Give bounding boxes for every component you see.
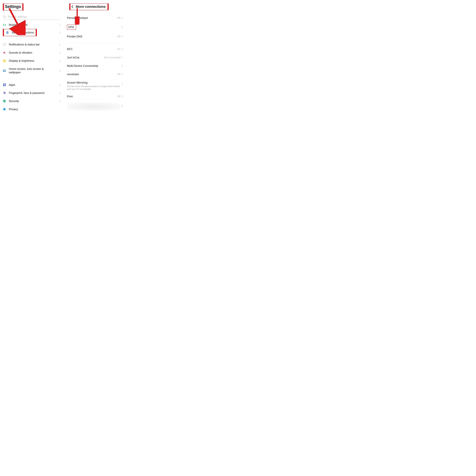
chevron-right-icon (59, 51, 60, 54)
brightness-icon (3, 59, 6, 62)
svg-rect-11 (3, 85, 4, 86)
search-placeholder: Search settings (8, 15, 27, 18)
item-multi-device[interactable]: Multi-Device Connectivity (67, 62, 123, 70)
back-icon[interactable] (71, 5, 74, 8)
page-title: More connections (76, 5, 106, 9)
item-status: Off (117, 73, 120, 76)
svg-rect-9 (3, 84, 4, 85)
item-apps[interactable]: Apps (3, 81, 60, 89)
notifications-icon (3, 43, 6, 46)
item-status: Off (117, 35, 120, 38)
item-sounds[interactable]: Sounds & vibration (3, 49, 60, 57)
item-more-connections[interactable]: More connections (3, 29, 60, 36)
chevron-right-icon (121, 26, 123, 29)
redacted-label (67, 102, 120, 111)
item-screen-mirroring[interactable]: Screen Mirroring You can mirror the phon… (67, 78, 123, 92)
chevron-right-icon (59, 24, 60, 26)
chevron-right-icon (121, 17, 123, 19)
item-label: Screen Mirroring (67, 81, 121, 84)
svg-point-6 (4, 60, 5, 62)
chevron-right-icon (121, 73, 123, 76)
chevron-right-icon (59, 60, 60, 62)
svg-rect-3 (3, 44, 6, 45)
item-label: Jovi InCar (67, 56, 104, 59)
item-label: Private DNS (67, 35, 117, 38)
chevron-right-icon (121, 105, 123, 107)
item-label: Personal hotspot (67, 16, 117, 19)
settings-title-box: Settings (3, 3, 23, 10)
apps-icon (3, 83, 6, 86)
chevron-right-icon (59, 31, 60, 34)
item-label: Multi-Device Connectivity (67, 64, 121, 68)
item-personal-hotspot[interactable]: Personal hotspot Off (67, 14, 123, 22)
item-private-dns[interactable]: Private DNS Off (67, 32, 123, 41)
item-label: Sounds & vibration (9, 51, 56, 54)
item-label: Mobile network (9, 23, 56, 27)
sound-icon (3, 51, 6, 54)
item-privacy[interactable]: Privacy (3, 105, 60, 113)
svg-point-4 (5, 43, 6, 44)
chevron-right-icon (59, 84, 60, 86)
chevron-right-icon (121, 56, 123, 59)
item-status: Off (117, 17, 120, 19)
svg-point-8 (4, 70, 4, 71)
mobile-network-icon (3, 23, 6, 27)
item-display[interactable]: Display & brightness (3, 57, 60, 65)
svg-line-2 (5, 17, 6, 18)
item-fingerprint[interactable]: Fingerprint, face & password (3, 89, 60, 97)
item-vivoshare[interactable]: vivoshare Off (67, 70, 123, 78)
item-label: More connections (12, 31, 34, 34)
item-nfc[interactable]: NFC On (67, 45, 123, 53)
item-notifications[interactable]: Notifications & status bar (3, 40, 60, 49)
item-label: Security (9, 99, 56, 103)
page-title: Settings (5, 4, 21, 9)
chevron-right-icon (59, 92, 60, 94)
svg-rect-12 (4, 83, 6, 85)
chevron-right-icon (121, 48, 123, 51)
chevron-right-icon (121, 95, 123, 98)
item-label: Fingerprint, face & password (9, 91, 56, 95)
item-label: Notifications & status bar (9, 43, 56, 46)
item-home-screen[interactable]: Home screen, lock screen & wallpaper (3, 65, 60, 76)
svg-point-1 (3, 16, 5, 17)
svg-rect-10 (4, 85, 6, 86)
search-icon (3, 15, 6, 18)
item-print[interactable]: Print Off (67, 92, 123, 101)
item-label: NFC (67, 48, 117, 51)
chevron-right-icon (121, 65, 123, 67)
link-icon (6, 31, 9, 34)
item-label: Home screen, lock screen & wallpaper (9, 67, 56, 74)
item-status: Off (117, 95, 120, 98)
item-jovi-incar[interactable]: Jovi InCar Not connected (67, 53, 123, 62)
item-status: Not connected (104, 56, 120, 59)
item-label: vivoshare (67, 73, 117, 76)
item-vpn[interactable]: VPN (67, 22, 123, 32)
header-more-connections: More connections (69, 3, 109, 10)
shield-icon (3, 100, 6, 103)
more-connections-panel: More connections Personal hotspot Off VP… (63, 0, 126, 126)
item-status: On (117, 48, 120, 51)
item-mobile-network[interactable]: Mobile network (3, 21, 60, 29)
chevron-right-icon (59, 69, 60, 72)
divider (3, 38, 60, 38)
item-label: Privacy (9, 107, 60, 111)
privacy-icon (3, 108, 6, 111)
chevron-right-icon (59, 43, 60, 46)
fingerprint-icon (3, 91, 6, 95)
item-label: Display & brightness (9, 59, 56, 63)
item-label: Apps (9, 83, 56, 86)
item-security[interactable]: Security (3, 97, 60, 105)
search-settings[interactable]: Search settings (3, 15, 60, 20)
chevron-right-icon (121, 35, 123, 38)
item-label: Print (67, 95, 117, 98)
chevron-right-icon (121, 83, 123, 86)
wallpaper-icon (3, 69, 6, 72)
item-subtext: You can mirror the phone screen to a lar… (67, 85, 121, 91)
chevron-right-icon (59, 100, 60, 102)
settings-panel: Settings Search settings (0, 0, 63, 126)
item-block: Screen Mirroring You can mirror the phon… (67, 81, 121, 91)
item-redacted[interactable] (67, 101, 123, 113)
item-label: VPN (68, 26, 74, 29)
